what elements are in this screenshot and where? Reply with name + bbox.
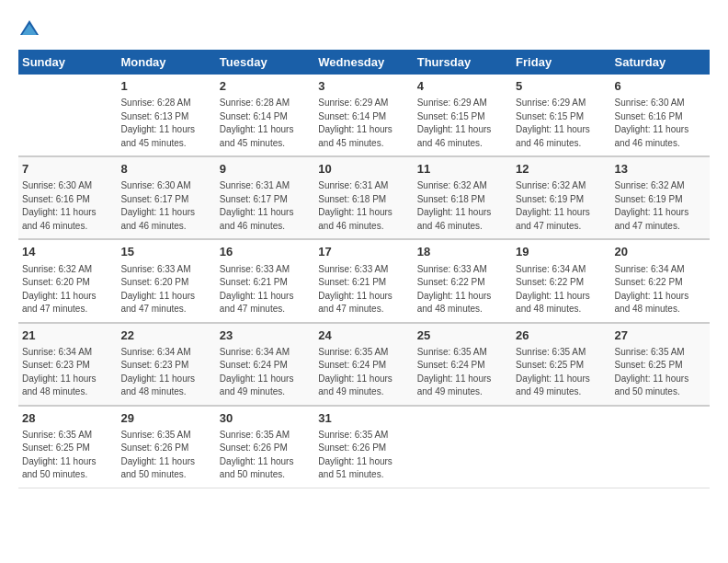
day-cell: 3Sunrise: 6:29 AM Sunset: 6:14 PM Daylig… xyxy=(314,75,413,156)
day-cell: 23Sunrise: 6:34 AM Sunset: 6:24 PM Dayli… xyxy=(216,323,314,406)
day-cell: 17Sunrise: 6:33 AM Sunset: 6:21 PM Dayli… xyxy=(314,239,413,322)
day-number: 1 xyxy=(120,78,211,95)
day-info: Sunrise: 6:34 AM Sunset: 6:22 PM Dayligh… xyxy=(615,263,706,316)
day-cell xyxy=(18,75,117,156)
day-number: 11 xyxy=(417,161,508,178)
day-number: 3 xyxy=(318,78,409,95)
day-number: 24 xyxy=(318,327,409,344)
day-cell: 14Sunrise: 6:32 AM Sunset: 6:20 PM Dayli… xyxy=(18,239,117,322)
day-info: Sunrise: 6:35 AM Sunset: 6:26 PM Dayligh… xyxy=(120,429,211,482)
day-cell: 4Sunrise: 6:29 AM Sunset: 6:15 PM Daylig… xyxy=(414,75,512,156)
day-info: Sunrise: 6:29 AM Sunset: 6:15 PM Dayligh… xyxy=(417,97,508,150)
day-cell: 18Sunrise: 6:33 AM Sunset: 6:22 PM Dayli… xyxy=(414,239,512,322)
day-info: Sunrise: 6:28 AM Sunset: 6:13 PM Dayligh… xyxy=(120,97,211,150)
day-info: Sunrise: 6:33 AM Sunset: 6:21 PM Dayligh… xyxy=(318,263,409,316)
day-cell: 1Sunrise: 6:28 AM Sunset: 6:13 PM Daylig… xyxy=(117,75,215,156)
day-number: 10 xyxy=(318,161,409,178)
day-cell: 31Sunrise: 6:35 AM Sunset: 6:26 PM Dayli… xyxy=(314,406,413,488)
day-number: 12 xyxy=(516,161,607,178)
week-row-4: 28Sunrise: 6:35 AM Sunset: 6:25 PM Dayli… xyxy=(18,406,710,488)
page-header xyxy=(18,18,710,40)
day-info: Sunrise: 6:35 AM Sunset: 6:24 PM Dayligh… xyxy=(417,346,508,399)
day-number: 19 xyxy=(516,244,607,260)
day-info: Sunrise: 6:34 AM Sunset: 6:23 PM Dayligh… xyxy=(22,346,113,399)
day-number: 18 xyxy=(417,244,508,260)
calendar-table: SundayMondayTuesdayWednesdayThursdayFrid… xyxy=(18,50,710,488)
day-info: Sunrise: 6:32 AM Sunset: 6:19 PM Dayligh… xyxy=(516,179,607,233)
day-number: 9 xyxy=(220,161,311,178)
day-number: 31 xyxy=(318,410,409,427)
day-cell: 19Sunrise: 6:34 AM Sunset: 6:22 PM Dayli… xyxy=(512,239,610,322)
day-info: Sunrise: 6:34 AM Sunset: 6:23 PM Dayligh… xyxy=(120,346,211,399)
day-cell: 20Sunrise: 6:34 AM Sunset: 6:22 PM Dayli… xyxy=(611,239,710,322)
day-number: 17 xyxy=(318,244,409,260)
col-header-tuesday: Tuesday xyxy=(216,50,314,75)
day-cell: 21Sunrise: 6:34 AM Sunset: 6:23 PM Dayli… xyxy=(18,323,117,406)
day-info: Sunrise: 6:35 AM Sunset: 6:25 PM Dayligh… xyxy=(22,429,113,482)
day-cell xyxy=(512,406,610,488)
day-info: Sunrise: 6:29 AM Sunset: 6:15 PM Dayligh… xyxy=(516,97,607,150)
day-info: Sunrise: 6:33 AM Sunset: 6:20 PM Dayligh… xyxy=(120,263,211,316)
day-number: 4 xyxy=(417,78,508,95)
day-number: 15 xyxy=(120,244,211,260)
day-cell: 30Sunrise: 6:35 AM Sunset: 6:26 PM Dayli… xyxy=(216,406,314,488)
day-cell: 27Sunrise: 6:35 AM Sunset: 6:25 PM Dayli… xyxy=(611,323,710,406)
day-info: Sunrise: 6:29 AM Sunset: 6:14 PM Dayligh… xyxy=(318,97,409,150)
day-info: Sunrise: 6:35 AM Sunset: 6:24 PM Dayligh… xyxy=(318,346,409,399)
day-number: 7 xyxy=(22,161,113,178)
day-number: 28 xyxy=(22,410,113,427)
header-row: SundayMondayTuesdayWednesdayThursdayFrid… xyxy=(18,50,710,75)
day-info: Sunrise: 6:31 AM Sunset: 6:17 PM Dayligh… xyxy=(220,179,311,233)
day-info: Sunrise: 6:30 AM Sunset: 6:17 PM Dayligh… xyxy=(120,179,211,233)
day-info: Sunrise: 6:34 AM Sunset: 6:24 PM Dayligh… xyxy=(220,346,311,399)
day-cell: 26Sunrise: 6:35 AM Sunset: 6:25 PM Dayli… xyxy=(512,323,610,406)
day-number: 25 xyxy=(417,327,508,344)
day-cell: 12Sunrise: 6:32 AM Sunset: 6:19 PM Dayli… xyxy=(512,156,610,239)
day-number: 6 xyxy=(615,78,706,95)
day-info: Sunrise: 6:32 AM Sunset: 6:19 PM Dayligh… xyxy=(615,179,706,233)
col-header-sunday: Sunday xyxy=(18,50,117,75)
day-number: 14 xyxy=(22,244,113,260)
day-number: 21 xyxy=(22,327,113,344)
day-info: Sunrise: 6:32 AM Sunset: 6:18 PM Dayligh… xyxy=(417,179,508,233)
day-info: Sunrise: 6:31 AM Sunset: 6:18 PM Dayligh… xyxy=(318,179,409,233)
day-number: 2 xyxy=(220,78,311,95)
day-cell: 24Sunrise: 6:35 AM Sunset: 6:24 PM Dayli… xyxy=(314,323,413,406)
day-info: Sunrise: 6:28 AM Sunset: 6:14 PM Dayligh… xyxy=(220,97,311,150)
col-header-monday: Monday xyxy=(117,50,215,75)
day-cell: 29Sunrise: 6:35 AM Sunset: 6:26 PM Dayli… xyxy=(117,406,215,488)
day-cell xyxy=(611,406,710,488)
logo-icon xyxy=(18,18,40,40)
day-cell: 28Sunrise: 6:35 AM Sunset: 6:25 PM Dayli… xyxy=(18,406,117,488)
day-info: Sunrise: 6:35 AM Sunset: 6:26 PM Dayligh… xyxy=(220,429,311,482)
day-cell: 25Sunrise: 6:35 AM Sunset: 6:24 PM Dayli… xyxy=(414,323,512,406)
day-number: 30 xyxy=(220,410,311,427)
day-cell: 2Sunrise: 6:28 AM Sunset: 6:14 PM Daylig… xyxy=(216,75,314,156)
col-header-thursday: Thursday xyxy=(414,50,512,75)
week-row-2: 14Sunrise: 6:32 AM Sunset: 6:20 PM Dayli… xyxy=(18,239,710,322)
col-header-wednesday: Wednesday xyxy=(314,50,413,75)
day-cell: 9Sunrise: 6:31 AM Sunset: 6:17 PM Daylig… xyxy=(216,156,314,239)
col-header-friday: Friday xyxy=(512,50,610,75)
day-info: Sunrise: 6:35 AM Sunset: 6:25 PM Dayligh… xyxy=(516,346,607,399)
day-number: 26 xyxy=(516,327,607,344)
week-row-0: 1Sunrise: 6:28 AM Sunset: 6:13 PM Daylig… xyxy=(18,75,710,156)
day-cell: 16Sunrise: 6:33 AM Sunset: 6:21 PM Dayli… xyxy=(216,239,314,322)
day-cell: 13Sunrise: 6:32 AM Sunset: 6:19 PM Dayli… xyxy=(611,156,710,239)
day-info: Sunrise: 6:33 AM Sunset: 6:21 PM Dayligh… xyxy=(220,263,311,316)
day-info: Sunrise: 6:33 AM Sunset: 6:22 PM Dayligh… xyxy=(417,263,508,316)
logo xyxy=(18,18,44,40)
day-number: 16 xyxy=(220,244,311,260)
week-row-1: 7Sunrise: 6:30 AM Sunset: 6:16 PM Daylig… xyxy=(18,156,710,239)
col-header-saturday: Saturday xyxy=(611,50,710,75)
day-cell: 8Sunrise: 6:30 AM Sunset: 6:17 PM Daylig… xyxy=(117,156,215,239)
day-cell: 15Sunrise: 6:33 AM Sunset: 6:20 PM Dayli… xyxy=(117,239,215,322)
day-info: Sunrise: 6:34 AM Sunset: 6:22 PM Dayligh… xyxy=(516,263,607,316)
day-number: 20 xyxy=(615,244,706,260)
day-info: Sunrise: 6:35 AM Sunset: 6:25 PM Dayligh… xyxy=(615,346,706,399)
day-number: 23 xyxy=(220,327,311,344)
day-cell: 7Sunrise: 6:30 AM Sunset: 6:16 PM Daylig… xyxy=(18,156,117,239)
day-info: Sunrise: 6:30 AM Sunset: 6:16 PM Dayligh… xyxy=(22,179,113,233)
day-number: 29 xyxy=(120,410,211,427)
day-cell: 11Sunrise: 6:32 AM Sunset: 6:18 PM Dayli… xyxy=(414,156,512,239)
